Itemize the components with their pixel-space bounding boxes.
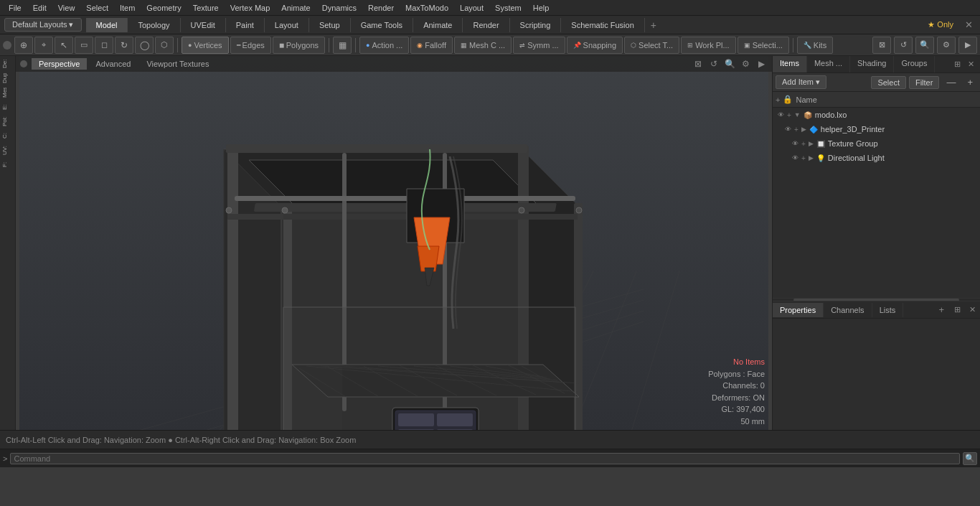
tab-game-tools[interactable]: Game Tools bbox=[351, 18, 414, 32]
polygons-btn[interactable]: ◼Polygons bbox=[273, 37, 325, 54]
fit-btn[interactable]: ⊠ bbox=[872, 37, 891, 54]
layout-dropdown[interactable]: Default Layouts ▾ bbox=[4, 18, 82, 32]
eye-texture-group[interactable]: 👁 bbox=[790, 139, 800, 149]
view-preset-btn[interactable]: ⊕ bbox=[14, 37, 33, 54]
eye-directional-light[interactable]: 👁 bbox=[790, 153, 800, 163]
vp-tab-advanced[interactable]: Advanced bbox=[88, 58, 138, 70]
edges-btn[interactable]: ━Edges bbox=[230, 37, 271, 54]
item-row-helper[interactable]: 👁 + ▶ 🔷 helper_3D_Printer bbox=[773, 122, 980, 136]
tab-setup[interactable]: Setup bbox=[309, 18, 351, 32]
plus-icon-modo-lxo[interactable]: + bbox=[787, 111, 791, 119]
prop-expand-button[interactable]: ⊞ bbox=[950, 302, 965, 317]
reset-btn[interactable]: ↺ bbox=[894, 37, 913, 54]
menu-layout[interactable]: Layout bbox=[454, 2, 489, 14]
vertices-btn[interactable]: ●Vertices bbox=[182, 37, 229, 54]
prop-tab-lists[interactable]: Lists bbox=[872, 303, 904, 317]
vp-tab-viewport-textures[interactable]: Viewport Textures bbox=[139, 58, 216, 70]
menu-geometry[interactable]: Geometry bbox=[141, 2, 187, 14]
select-t-btn[interactable]: ⬡Select T... bbox=[624, 37, 679, 54]
view-orient-btn[interactable]: ⌖ bbox=[34, 37, 53, 54]
settings-btn[interactable]: ⚙ bbox=[937, 37, 956, 54]
sidebar-c[interactable]: C: bbox=[1, 131, 14, 141]
snapping-btn[interactable]: 📌Snapping bbox=[567, 37, 623, 54]
sidebar-f[interactable]: F: bbox=[1, 159, 14, 169]
sidebar-de[interactable]: De: bbox=[1, 59, 14, 69]
view-circle-btn[interactable]: ◯ bbox=[135, 37, 154, 54]
viewport[interactable]: Perspective Advanced Viewport Textures ⊠… bbox=[16, 56, 772, 430]
vp-settings-icon[interactable]: ⚙ bbox=[739, 57, 752, 70]
menu-edit[interactable]: Edit bbox=[27, 2, 52, 14]
vp-zoom-icon[interactable]: 🔍 bbox=[723, 57, 736, 70]
expand-btn[interactable]: ▶ bbox=[958, 37, 977, 54]
vp-expand-icon[interactable]: ▶ bbox=[755, 57, 768, 70]
vp-reset-icon[interactable]: ↺ bbox=[707, 57, 720, 70]
tab-uvedit[interactable]: UVEdit bbox=[181, 18, 226, 32]
menu-file[interactable]: File bbox=[3, 2, 27, 14]
vp-tab-perspective[interactable]: Perspective bbox=[32, 58, 87, 70]
view-arrow-btn[interactable]: ↖ bbox=[55, 37, 73, 54]
work-pl-btn[interactable]: ⊞Work Pl... bbox=[681, 37, 735, 54]
tab-topology[interactable]: Topology bbox=[128, 18, 180, 32]
lock-icon-header[interactable]: 🔒 bbox=[783, 95, 793, 104]
tab-animate[interactable]: Animate bbox=[413, 18, 463, 32]
plus-icon-texture-group[interactable]: + bbox=[801, 140, 806, 148]
menu-help[interactable]: Help bbox=[527, 2, 555, 14]
sidebar-dup[interactable]: Dup: bbox=[1, 73, 14, 83]
rp-tab-groups[interactable]: Groups bbox=[894, 56, 935, 72]
tab-schematic-fusion[interactable]: Schematic Fusion bbox=[561, 18, 644, 32]
prop-tab-channels[interactable]: Channels bbox=[824, 303, 872, 317]
selecti-btn[interactable]: ▣Selecti... bbox=[738, 37, 789, 54]
tab-layout[interactable]: Layout bbox=[265, 18, 309, 32]
minus-button[interactable]: — bbox=[942, 75, 960, 89]
item-row-directional-light[interactable]: 👁 + ▶ 💡 Directional Light bbox=[773, 151, 980, 165]
menu-view[interactable]: View bbox=[52, 2, 81, 14]
view-rotate-btn[interactable]: ↻ bbox=[115, 37, 133, 54]
rp-tab-items[interactable]: Items bbox=[773, 56, 807, 72]
prop-tab-properties[interactable]: Properties bbox=[773, 303, 824, 317]
symm-btn[interactable]: ⇌Symm ... bbox=[513, 37, 565, 54]
rp-expand-icon[interactable]: ⊞ bbox=[951, 58, 963, 70]
plus-icon-directional-light[interactable]: + bbox=[801, 154, 806, 162]
view-rect-btn[interactable]: ◻ bbox=[95, 37, 113, 54]
command-input[interactable] bbox=[10, 453, 960, 464]
menu-system[interactable]: System bbox=[489, 2, 527, 14]
rp-tab-shading[interactable]: Shading bbox=[850, 56, 894, 72]
rp-close-icon[interactable]: ✕ bbox=[965, 58, 977, 70]
command-search-button[interactable]: 🔍 bbox=[963, 452, 977, 465]
filter-button[interactable]: Filter bbox=[909, 76, 939, 89]
tab-render[interactable]: Render bbox=[463, 18, 509, 32]
tab-model[interactable]: Model bbox=[86, 18, 128, 32]
tab-scripting[interactable]: Scripting bbox=[510, 18, 562, 32]
menu-item[interactable]: Item bbox=[114, 2, 141, 14]
plus-button[interactable]: + bbox=[963, 75, 977, 89]
zoom-btn[interactable]: 🔍 bbox=[915, 37, 934, 54]
prop-plus-button[interactable]: + bbox=[933, 301, 950, 318]
item-row-modo-lxo[interactable]: 👁 + ▼ 📦 modo.lxo bbox=[773, 108, 980, 122]
menu-maxtomodo[interactable]: MaxToModo bbox=[400, 2, 454, 14]
mesh-c-btn[interactable]: ▦Mesh C ... bbox=[454, 37, 512, 54]
view-select-btn[interactable]: ▭ bbox=[75, 37, 93, 54]
prop-close-button[interactable]: ✕ bbox=[965, 302, 980, 317]
add-item-button[interactable]: Add Item ▾ bbox=[776, 75, 826, 89]
close-layout-button[interactable]: ✕ bbox=[962, 19, 976, 30]
eye-modo-lxo[interactable]: 👁 bbox=[776, 110, 786, 120]
rp-tab-mesh[interactable]: Mesh ... bbox=[807, 56, 850, 72]
menu-dynamics[interactable]: Dynamics bbox=[316, 2, 362, 14]
menu-vertex-map[interactable]: Vertex Map bbox=[225, 2, 276, 14]
falloff-btn[interactable]: ◉Falloff bbox=[410, 37, 453, 54]
menu-texture[interactable]: Texture bbox=[187, 2, 225, 14]
eye-helper[interactable]: 👁 bbox=[783, 124, 793, 134]
more-btn[interactable]: ▦ bbox=[333, 37, 352, 54]
select-button[interactable]: Select bbox=[871, 76, 906, 89]
add-tab-button[interactable]: + bbox=[645, 17, 662, 34]
sidebar-e[interactable]: E: bbox=[1, 102, 14, 112]
plus-icon-header[interactable]: + bbox=[776, 95, 780, 104]
tab-paint[interactable]: Paint bbox=[226, 18, 265, 32]
menu-select[interactable]: Select bbox=[80, 2, 114, 14]
action-btn[interactable]: ●Action ... bbox=[359, 37, 409, 54]
view-shield-btn[interactable]: ⬡ bbox=[155, 37, 174, 54]
plus-icon-helper[interactable]: + bbox=[794, 126, 798, 133]
vp-fit-icon[interactable]: ⊠ bbox=[692, 57, 705, 70]
sidebar-pol[interactable]: Pol: bbox=[1, 116, 14, 126]
sidebar-mesh[interactable]: Mes: bbox=[1, 88, 14, 98]
